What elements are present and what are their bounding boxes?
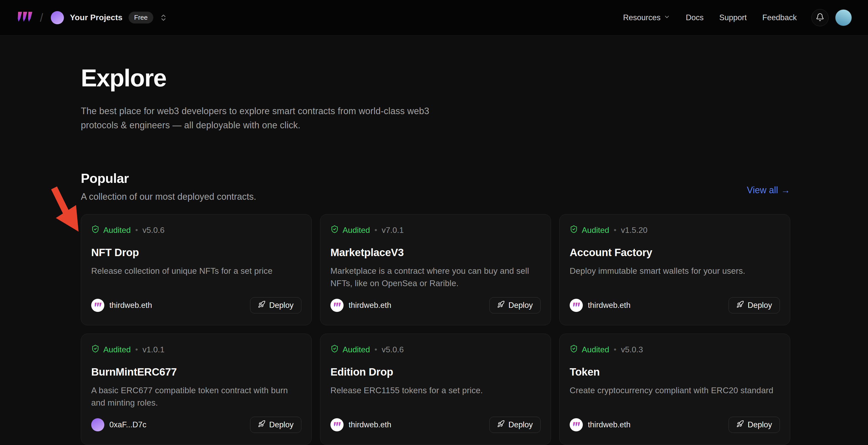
shield-check-icon (91, 225, 99, 235)
contract-description: Create cryptocurrency compliant with ERC… (570, 384, 780, 397)
publisher-avatar (91, 299, 104, 312)
dot-separator: • (135, 345, 138, 354)
contract-description: Deploy immutable smart wallets for your … (570, 265, 780, 277)
deploy-label: Deploy (269, 301, 294, 310)
dot-separator: • (135, 226, 138, 234)
publisher-name: thirdweb.eth (110, 301, 152, 310)
contract-version: v1.5.20 (621, 225, 648, 235)
dot-separator: • (375, 226, 377, 234)
audited-badge[interactable]: Audited (570, 225, 609, 235)
audited-label: Audited (103, 345, 131, 354)
contract-title[interactable]: MarketplaceV3 (331, 247, 540, 259)
audited-label: Audited (343, 225, 370, 235)
nav-support[interactable]: Support (719, 13, 747, 22)
deploy-label: Deploy (748, 301, 772, 310)
publisher-name: thirdweb.eth (588, 301, 630, 310)
contract-title[interactable]: Token (570, 366, 780, 378)
popular-section-header: Popular A collection of our most deploye… (81, 171, 790, 202)
top-navigation-bar: / Your Projects Free Resources Docs Supp… (0, 0, 868, 35)
user-avatar[interactable] (835, 9, 852, 26)
deploy-button[interactable]: Deploy (489, 297, 541, 313)
project-avatar (51, 11, 64, 24)
publisher-avatar (331, 418, 344, 432)
audited-label: Audited (343, 345, 370, 354)
publisher-name: thirdweb.eth (588, 420, 630, 430)
nav-docs[interactable]: Docs (686, 13, 704, 22)
publisher-avatar (331, 299, 344, 312)
rocket-icon (497, 300, 505, 310)
contract-version: v5.0.3 (621, 345, 643, 354)
audited-label: Audited (582, 225, 609, 235)
shield-check-icon (331, 345, 339, 355)
audited-badge[interactable]: Audited (331, 225, 370, 235)
contract-title[interactable]: Account Factory (570, 247, 780, 259)
publisher[interactable]: thirdweb.eth (331, 299, 391, 312)
contract-description: Marketplace is a contract where you can … (331, 265, 540, 290)
dot-separator: • (375, 345, 377, 354)
contract-version: v5.0.6 (143, 225, 164, 235)
shield-check-icon (331, 225, 339, 235)
contract-version: v7.0.1 (382, 225, 404, 235)
deploy-label: Deploy (508, 420, 533, 430)
contract-description: Release collection of unique NFTs for a … (91, 265, 301, 277)
deploy-button[interactable]: Deploy (728, 417, 780, 433)
unfold-icon[interactable] (159, 13, 167, 22)
contract-card[interactable]: Audited • v1.5.20 Account Factory Deploy… (559, 214, 790, 325)
audited-label: Audited (582, 345, 609, 354)
publisher[interactable]: thirdweb.eth (91, 299, 152, 312)
audited-badge[interactable]: Audited (91, 345, 131, 355)
contract-title[interactable]: Edition Drop (331, 366, 540, 378)
publisher[interactable]: thirdweb.eth (331, 418, 391, 432)
rocket-icon (736, 420, 744, 430)
popular-grid: Audited • v5.0.6 NFT Drop Release collec… (81, 214, 790, 445)
project-switcher[interactable]: Your Projects Free (51, 11, 167, 24)
contract-version: v5.0.6 (382, 345, 404, 354)
breadcrumb-separator: / (40, 12, 43, 24)
contract-title[interactable]: BurnMintERC677 (91, 366, 301, 378)
contract-card[interactable]: Audited • v7.0.1 MarketplaceV3 Marketpla… (320, 214, 551, 325)
audited-badge[interactable]: Audited (570, 345, 609, 355)
publisher-name: 0xaF...D7c (110, 420, 146, 430)
audited-label: Audited (103, 225, 131, 235)
bell-icon (816, 13, 824, 22)
dot-separator: • (614, 345, 617, 354)
contract-description: A basic ERC677 compatible token contract… (91, 384, 301, 409)
chevron-down-icon (663, 13, 670, 22)
view-all-link[interactable]: View all → (747, 185, 790, 195)
publisher-name: thirdweb.eth (349, 301, 391, 310)
deploy-button[interactable]: Deploy (728, 297, 780, 313)
arrow-right-icon: → (781, 185, 790, 195)
contract-card[interactable]: Audited • v5.0.6 NFT Drop Release collec… (81, 214, 312, 325)
popular-section-description: A collection of our most deployed contra… (81, 191, 256, 202)
audited-badge[interactable]: Audited (331, 345, 370, 355)
thirdweb-logo[interactable] (16, 11, 32, 24)
popular-section-title: Popular (81, 171, 256, 186)
contract-title[interactable]: NFT Drop (91, 247, 301, 259)
audited-badge[interactable]: Audited (91, 225, 131, 235)
deploy-button[interactable]: Deploy (250, 297, 302, 313)
notifications-button[interactable] (811, 9, 829, 26)
rocket-icon (258, 300, 266, 310)
contract-version: v1.0.1 (143, 345, 164, 354)
shield-check-icon (91, 345, 99, 355)
publisher[interactable]: thirdweb.eth (570, 299, 630, 312)
rocket-icon (258, 420, 266, 430)
deploy-button[interactable]: Deploy (489, 417, 541, 433)
publisher-avatar (570, 299, 583, 312)
deploy-button[interactable]: Deploy (250, 417, 302, 433)
publisher-avatar (91, 418, 104, 432)
contract-card[interactable]: Audited • v5.0.6 Edition Drop Release ER… (320, 333, 551, 445)
shield-check-icon (570, 345, 578, 355)
publisher-avatar (570, 418, 583, 432)
contract-card[interactable]: Audited • v1.0.1 BurnMintERC677 A basic … (81, 333, 312, 445)
nav-feedback[interactable]: Feedback (763, 13, 797, 22)
nav-resources[interactable]: Resources (623, 13, 670, 22)
main-nav: Resources Docs Support Feedback (623, 13, 797, 22)
publisher[interactable]: 0xaF...D7c (91, 418, 146, 432)
publisher[interactable]: thirdweb.eth (570, 418, 630, 432)
plan-badge: Free (129, 11, 153, 24)
rocket-icon (497, 420, 505, 430)
shield-check-icon (570, 225, 578, 235)
contract-card[interactable]: Audited • v5.0.3 Token Create cryptocurr… (559, 333, 790, 445)
contract-description: Release ERC1155 tokens for a set price. (331, 384, 540, 397)
